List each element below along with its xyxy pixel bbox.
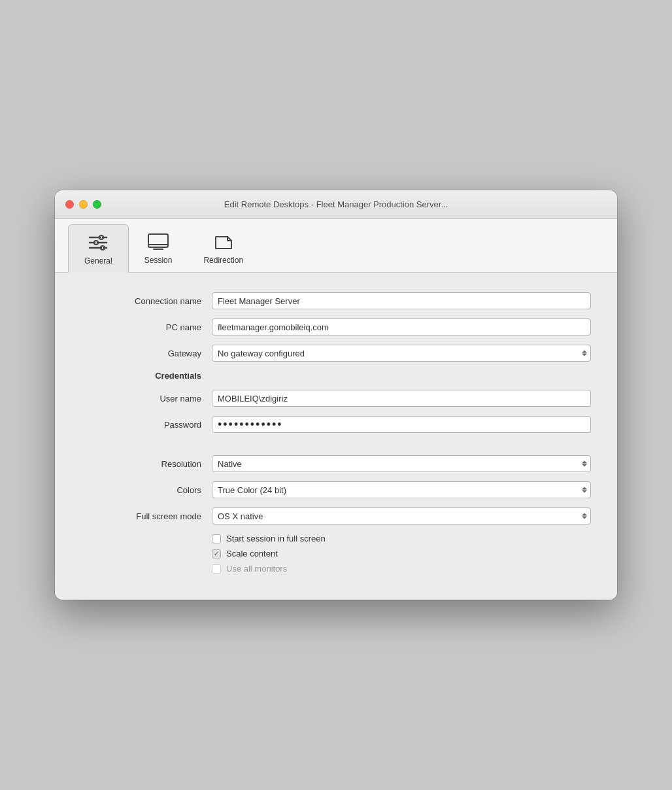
password-dots: •••••••••••• [218,419,283,430]
checkbox-scale-row: ✓ Scale content [212,549,591,558]
checkbox-scale[interactable]: ✓ [212,549,221,558]
svg-point-8 [101,246,105,250]
password-field[interactable]: •••••••••••• [212,416,591,433]
gateway-select-wrapper: No gateway configured [212,345,591,362]
toolbar: General Session Redirectio [55,219,617,273]
titlebar: Edit Remote Desktops - Fleet Manager Pro… [55,190,617,219]
gateway-row: Gateway No gateway configured [81,345,591,362]
connection-name-row: Connection name [81,292,591,309]
checkbox-scale-label: Scale content [226,549,278,558]
credentials-header-row: Credentials [81,371,591,381]
connection-name-label: Connection name [81,296,212,306]
main-window: Edit Remote Desktops - Fleet Manager Pro… [55,190,617,600]
fullscreen-label: Full screen mode [81,511,212,521]
gateway-label: Gateway [81,349,212,358]
connection-name-input[interactable] [212,292,591,309]
svg-point-2 [99,235,103,239]
checkbox-fullscreen[interactable] [212,534,221,543]
fullscreen-select-wrapper: OS X native [212,507,591,524]
general-icon [86,230,110,254]
pc-name-label: PC name [81,322,212,332]
resolution-select-wrapper: Native [212,455,591,472]
close-button[interactable] [65,200,74,209]
spacer-1 [81,442,591,455]
colors-select[interactable]: True Color (24 bit) [212,481,591,498]
redirection-icon [212,230,235,253]
svg-point-5 [94,241,98,245]
checkbox-group: Start session in full screen ✓ Scale con… [212,534,591,574]
maximize-button[interactable] [93,200,101,209]
colors-row: Colors True Color (24 bit) [81,481,591,498]
tab-general-label: General [84,256,112,266]
tab-session-label: Session [144,256,173,265]
checkbox-monitors-label: Use all monitors [226,564,287,574]
resolution-label: Resolution [81,459,212,469]
checkmark-icon: ✓ [214,551,219,557]
password-row: Password •••••••••••• [81,416,591,433]
window-title: Edit Remote Desktops - Fleet Manager Pro… [224,199,448,209]
fullscreen-select[interactable]: OS X native [212,507,591,524]
checkbox-fullscreen-row: Start session in full screen [212,534,591,543]
credentials-label: Credentials [81,371,212,381]
checkbox-monitors-row: Use all monitors [212,564,591,574]
session-icon [146,230,170,253]
resolution-select[interactable]: Native [212,455,591,472]
form-content: Connection name PC name Gateway No gatew… [55,273,617,600]
colors-select-wrapper: True Color (24 bit) [212,481,591,498]
pc-name-input[interactable] [212,318,591,335]
colors-label: Colors [81,485,212,495]
user-name-row: User name [81,390,591,407]
user-name-input[interactable] [212,390,591,407]
tab-redirection-label: Redirection [203,256,243,265]
password-label: Password [81,420,212,430]
checkbox-fullscreen-label: Start session in full screen [226,534,326,543]
resolution-row: Resolution Native [81,455,591,472]
tab-redirection[interactable]: Redirection [188,224,259,272]
tab-session[interactable]: Session [129,224,188,272]
user-name-label: User name [81,394,212,404]
gateway-select[interactable]: No gateway configured [212,345,591,362]
checkbox-monitors[interactable] [212,564,221,574]
fullscreen-row: Full screen mode OS X native [81,507,591,524]
traffic-lights [65,200,101,209]
tab-general[interactable]: General [68,224,129,273]
minimize-button[interactable] [79,200,88,209]
pc-name-row: PC name [81,318,591,335]
